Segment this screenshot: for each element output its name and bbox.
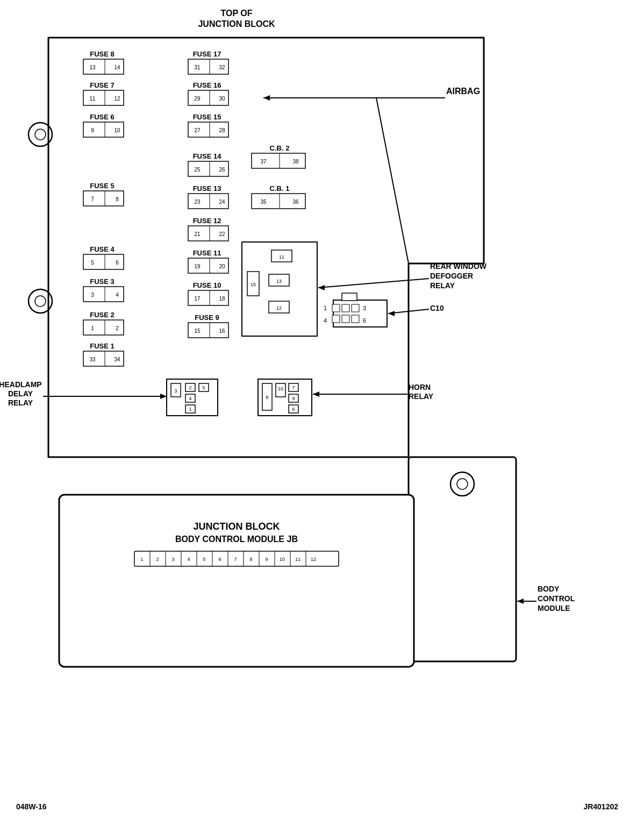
svg-text:1: 1 bbox=[91, 325, 94, 331]
svg-text:24: 24 bbox=[219, 199, 225, 205]
footer-left: 048W-16 bbox=[16, 802, 47, 811]
svg-text:2: 2 bbox=[189, 385, 191, 390]
svg-text:6: 6 bbox=[292, 407, 295, 412]
svg-text:30: 30 bbox=[219, 96, 225, 102]
svg-text:4: 4 bbox=[187, 557, 190, 562]
svg-text:6: 6 bbox=[116, 260, 119, 266]
svg-text:12: 12 bbox=[114, 96, 120, 102]
svg-text:14: 14 bbox=[114, 65, 120, 70]
svg-text:4: 4 bbox=[324, 317, 327, 324]
svg-text:6: 6 bbox=[363, 317, 366, 324]
svg-text:18: 18 bbox=[219, 296, 225, 302]
svg-text:10: 10 bbox=[278, 386, 283, 391]
svg-text:33: 33 bbox=[89, 357, 96, 362]
fuse11-label: FUSE 11 bbox=[193, 249, 221, 257]
svg-text:12: 12 bbox=[311, 557, 316, 562]
svg-text:1: 1 bbox=[189, 407, 191, 412]
cb1-label: C.B. 1 bbox=[270, 184, 290, 193]
svg-text:2: 2 bbox=[156, 557, 159, 562]
defogger-relay-label: REAR WINDOW bbox=[430, 262, 487, 270]
svg-text:7: 7 bbox=[292, 385, 295, 390]
svg-text:9: 9 bbox=[292, 396, 295, 401]
svg-rect-97 bbox=[342, 315, 349, 323]
svg-text:MODULE: MODULE bbox=[538, 604, 570, 613]
svg-text:16: 16 bbox=[219, 328, 225, 334]
svg-text:7: 7 bbox=[234, 557, 237, 562]
svg-text:15: 15 bbox=[251, 282, 256, 287]
svg-text:DEFOGGER: DEFOGGER bbox=[430, 272, 473, 280]
fuse12-label: FUSE 12 bbox=[193, 217, 221, 225]
svg-text:32: 32 bbox=[219, 65, 225, 70]
fuse13-label: FUSE 13 bbox=[193, 184, 221, 193]
svg-text:DELAY: DELAY bbox=[8, 389, 33, 398]
svg-text:4: 4 bbox=[189, 396, 191, 401]
fuse14-label: FUSE 14 bbox=[193, 152, 222, 160]
cb2-label: C.B. 2 bbox=[270, 144, 290, 152]
svg-rect-96 bbox=[332, 315, 340, 323]
svg-rect-98 bbox=[352, 315, 359, 323]
headlamp-label: HEADLAMP bbox=[0, 380, 42, 389]
svg-rect-90 bbox=[333, 300, 387, 327]
svg-text:RELAY: RELAY bbox=[409, 392, 434, 401]
svg-text:13: 13 bbox=[89, 65, 96, 70]
svg-text:3: 3 bbox=[91, 292, 94, 298]
header-line2: JUNCTION BLOCK bbox=[198, 19, 275, 29]
svg-rect-93 bbox=[332, 304, 340, 312]
svg-text:23: 23 bbox=[194, 199, 201, 205]
svg-text:21: 21 bbox=[194, 231, 201, 237]
svg-text:26: 26 bbox=[219, 167, 225, 173]
svg-text:20: 20 bbox=[219, 263, 225, 269]
fuse2-label: FUSE 2 bbox=[90, 311, 115, 319]
svg-text:9: 9 bbox=[91, 127, 94, 133]
svg-text:8: 8 bbox=[116, 196, 119, 202]
svg-rect-94 bbox=[342, 304, 349, 312]
svg-text:7: 7 bbox=[91, 196, 94, 202]
horn-relay-label: HORN bbox=[409, 383, 431, 391]
svg-text:3: 3 bbox=[363, 305, 366, 311]
jb-title: JUNCTION BLOCK bbox=[194, 521, 280, 532]
fuse15-label: FUSE 15 bbox=[193, 113, 221, 121]
svg-text:1: 1 bbox=[324, 305, 327, 311]
svg-text:19: 19 bbox=[194, 263, 201, 269]
svg-text:15: 15 bbox=[194, 328, 201, 334]
fuse5-label: FUSE 5 bbox=[90, 182, 115, 190]
svg-text:10: 10 bbox=[114, 127, 120, 133]
svg-text:5: 5 bbox=[202, 385, 205, 390]
svg-rect-95 bbox=[352, 304, 359, 312]
svg-text:35: 35 bbox=[260, 199, 267, 205]
svg-text:10: 10 bbox=[280, 557, 285, 562]
diagram-container: TOP OF JUNCTION BLOCK FUSE 8 13 14 FUSE … bbox=[0, 0, 644, 819]
svg-text:3: 3 bbox=[171, 557, 174, 562]
svg-text:36: 36 bbox=[292, 199, 299, 205]
svg-text:11: 11 bbox=[279, 254, 284, 260]
svg-text:29: 29 bbox=[194, 96, 201, 102]
svg-text:11: 11 bbox=[89, 96, 96, 102]
bcm-subtitle: BODY CONTROL MODULE JB bbox=[175, 535, 298, 544]
svg-rect-101 bbox=[342, 293, 357, 301]
svg-text:8: 8 bbox=[266, 395, 268, 400]
header-line1: TOP OF bbox=[221, 9, 253, 18]
svg-text:31: 31 bbox=[194, 65, 201, 70]
fuse1-label: FUSE 1 bbox=[90, 342, 115, 350]
svg-text:1: 1 bbox=[140, 557, 143, 562]
svg-text:5: 5 bbox=[91, 260, 94, 266]
svg-text:9: 9 bbox=[265, 557, 268, 562]
svg-text:28: 28 bbox=[219, 127, 225, 133]
fuse16-label: FUSE 16 bbox=[193, 81, 221, 89]
svg-text:4: 4 bbox=[116, 292, 119, 298]
fuse4-label: FUSE 4 bbox=[90, 245, 115, 253]
svg-rect-147 bbox=[59, 495, 414, 667]
bcm-label: BODY bbox=[538, 585, 560, 593]
fuse8-label: FUSE 8 bbox=[90, 50, 115, 58]
airbag-label: AIRBAG bbox=[446, 87, 480, 96]
svg-text:8: 8 bbox=[249, 557, 252, 562]
svg-text:22: 22 bbox=[219, 231, 225, 237]
fuse17-label: FUSE 17 bbox=[193, 50, 221, 58]
svg-rect-140 bbox=[409, 457, 516, 661]
svg-text:RELAY: RELAY bbox=[8, 398, 33, 407]
svg-text:5: 5 bbox=[203, 557, 205, 562]
svg-text:RELAY: RELAY bbox=[430, 281, 455, 290]
svg-text:13: 13 bbox=[276, 279, 282, 284]
svg-text:27: 27 bbox=[194, 127, 201, 133]
svg-text:CONTROL: CONTROL bbox=[538, 594, 575, 603]
